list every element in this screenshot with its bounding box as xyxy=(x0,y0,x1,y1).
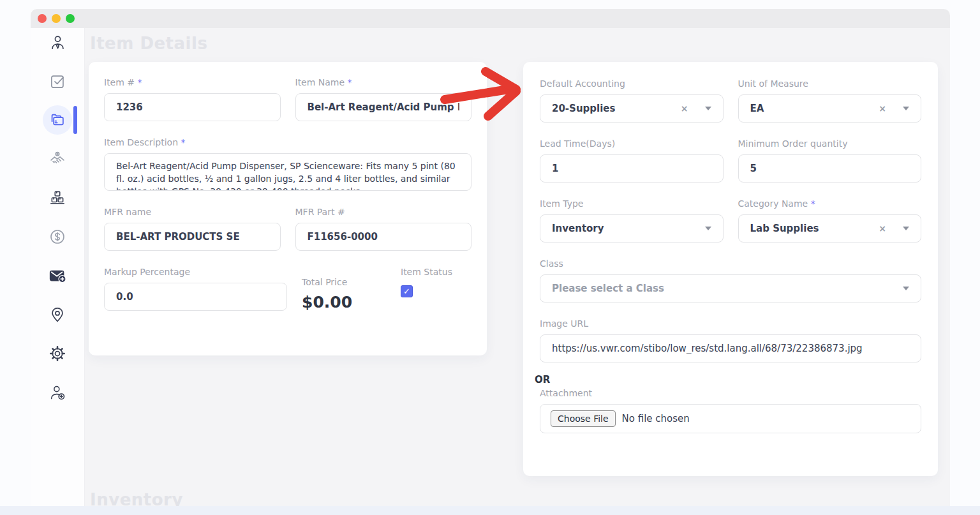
main-content: Item Details Item # * Item Name * Item D… xyxy=(85,28,950,506)
dollar-circle-icon xyxy=(48,228,66,246)
or-label: OR xyxy=(535,374,921,385)
sidebar-item-vendors[interactable] xyxy=(31,33,85,51)
sidebar-item-items[interactable] xyxy=(31,111,85,129)
item-description-input[interactable]: Bel-Art Reagent/Acid Pump Dispenser, SP … xyxy=(104,153,471,191)
handshake-icon xyxy=(48,150,66,168)
zoom-window-button[interactable] xyxy=(66,14,75,23)
sidebar-item-settings[interactable] xyxy=(31,345,85,362)
item-settings-card: Default Accounting 20-Supplies × Unit of… xyxy=(523,62,938,476)
class-placeholder: Please select a Class xyxy=(552,283,903,294)
chevron-down-icon[interactable] xyxy=(903,287,909,290)
red-arrow-annotation xyxy=(437,63,534,124)
default-accounting-label: Default Accounting xyxy=(540,78,724,89)
min-order-qty-label: Minimum Order quantity xyxy=(738,138,922,149)
mfr-name-label: MFR name xyxy=(104,207,281,217)
unit-of-measure-value: EA xyxy=(750,103,879,114)
chevron-down-icon[interactable] xyxy=(903,227,909,230)
required-asterisk: * xyxy=(181,137,186,147)
lead-time-label: Lead Time(Days) xyxy=(540,138,724,149)
sidebar-item-finance[interactable] xyxy=(31,228,85,246)
unit-of-measure-select[interactable]: EA × xyxy=(738,94,922,123)
inventory-section-title: Inventory xyxy=(90,490,183,506)
sidebar-item-compose-mail[interactable] xyxy=(31,267,85,285)
category-name-label: Category Name * xyxy=(738,198,922,209)
mfr-part-input[interactable] xyxy=(295,223,472,251)
user-tie-icon xyxy=(49,34,66,51)
sidebar-item-shipments[interactable] xyxy=(31,189,85,207)
required-asterisk: * xyxy=(138,77,142,87)
user-plus-icon xyxy=(48,384,66,401)
bottom-strip xyxy=(0,506,980,515)
sidebar-item-add-user[interactable] xyxy=(31,384,85,401)
attachment-dropzone[interactable]: Choose File No file chosen xyxy=(540,404,921,433)
clear-icon[interactable]: × xyxy=(681,103,688,114)
clear-icon[interactable]: × xyxy=(879,223,886,234)
item-status-checkbox[interactable]: ✓ xyxy=(401,285,413,297)
class-label: Class xyxy=(540,258,921,269)
page-title: Item Details xyxy=(90,34,207,53)
total-price-label: Total Price xyxy=(302,277,386,287)
choose-file-button[interactable]: Choose File xyxy=(551,410,616,427)
item-description-label: Item Description * xyxy=(104,137,471,147)
clear-icon[interactable]: × xyxy=(879,103,886,114)
mfr-name-input[interactable] xyxy=(104,223,281,251)
image-url-label: Image URL xyxy=(540,318,921,329)
sidebar xyxy=(31,28,85,506)
item-details-card: Item # * Item Name * Item Description * … xyxy=(89,62,487,355)
min-order-qty-input[interactable] xyxy=(738,154,922,183)
required-asterisk: * xyxy=(348,77,352,87)
sidebar-item-locations[interactable] xyxy=(31,306,85,324)
folder-icon xyxy=(48,111,66,129)
titlebar xyxy=(31,9,950,28)
chevron-down-icon[interactable] xyxy=(903,107,909,110)
gear-icon xyxy=(48,345,66,362)
default-accounting-value: 20-Supplies xyxy=(552,103,681,114)
sidebar-item-deals[interactable] xyxy=(31,150,85,168)
item-number-label: Item # * xyxy=(104,77,281,87)
app-window: Item Details Item # * Item Name * Item D… xyxy=(31,9,950,506)
markup-percentage-input[interactable] xyxy=(104,283,287,311)
default-accounting-select[interactable]: 20-Supplies × xyxy=(540,94,724,123)
markup-percentage-label: Markup Percentage xyxy=(104,267,287,277)
item-number-input[interactable] xyxy=(104,93,281,121)
mail-plus-icon xyxy=(48,266,67,285)
active-item-indicator xyxy=(73,106,77,134)
total-price-value: $0.00 xyxy=(302,293,386,311)
mfr-part-label: MFR Part # xyxy=(295,207,472,217)
required-asterisk: * xyxy=(811,198,815,209)
map-pin-icon xyxy=(48,306,66,324)
file-status-text: No file chosen xyxy=(622,413,690,424)
item-type-select[interactable]: Inventory xyxy=(540,214,724,243)
item-type-label: Item Type xyxy=(540,198,724,209)
class-select[interactable]: Please select a Class xyxy=(540,274,921,302)
boxes-icon xyxy=(48,189,66,207)
close-window-button[interactable] xyxy=(38,14,47,23)
check-icon: ✓ xyxy=(403,287,410,296)
task-check-icon xyxy=(49,73,66,90)
sidebar-item-tasks[interactable] xyxy=(31,72,85,90)
attachment-label: Attachment xyxy=(540,388,921,398)
image-url-input[interactable] xyxy=(540,334,921,362)
chevron-down-icon[interactable] xyxy=(705,107,711,110)
lead-time-input[interactable] xyxy=(540,154,724,183)
category-name-value: Lab Supplies xyxy=(750,223,879,234)
chevron-down-icon[interactable] xyxy=(705,227,711,230)
unit-of-measure-label: Unit of Measure xyxy=(738,78,922,89)
item-status-label: Item Status xyxy=(401,267,471,277)
category-name-select[interactable]: Lab Supplies × xyxy=(738,214,922,243)
item-type-value: Inventory xyxy=(552,223,705,234)
minimize-window-button[interactable] xyxy=(52,14,61,23)
